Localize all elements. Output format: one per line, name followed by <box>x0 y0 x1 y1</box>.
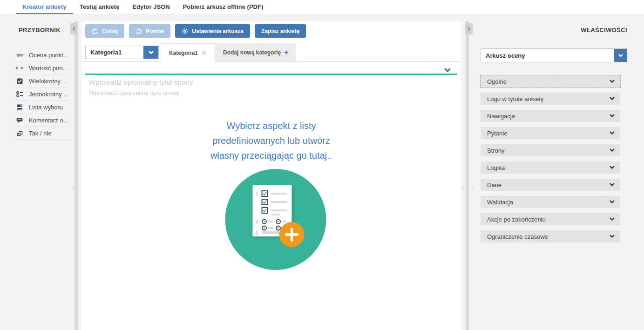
category-tab-kategoria1[interactable]: Kategoria1 <box>161 43 215 62</box>
save-label: Zapisz ankietę <box>261 28 299 34</box>
right-splitter[interactable] <box>466 21 469 330</box>
properties-accordion: Ogólne Logo w tytule ankiety Nawigacja P… <box>481 75 620 242</box>
accordion-section-question[interactable]: Pytanie <box>481 127 620 139</box>
selected-element-select[interactable]: Arkusz oceny <box>481 48 627 62</box>
properties-title: WŁAŚCIWOŚCI <box>581 27 627 34</box>
toolbox-title: PRZYBORNIK <box>19 27 61 34</box>
category-select-value: Kategoria1 <box>86 46 143 59</box>
toolbox-item-checkbox[interactable]: Wielokrotny ... <box>0 74 75 88</box>
accordion-section-validation[interactable]: Walidacja <box>481 196 620 208</box>
section-label: Akcje po zakończeniu <box>487 216 546 223</box>
svg-text:3.: 3. <box>255 230 259 236</box>
chevron-down-icon <box>610 166 615 169</box>
page-title-placeholder[interactable]: Wprowadź opcjonalny tytuł strony <box>89 78 193 86</box>
category-select[interactable]: Kategoria1 <box>85 46 159 59</box>
chevron-down-icon <box>618 54 623 57</box>
section-label: Logika <box>487 164 505 171</box>
section-label: Nawigacja <box>487 113 515 120</box>
value-icon: < > <box>14 66 25 71</box>
chevron-down-icon <box>610 183 615 187</box>
checkbox-icon <box>14 78 25 84</box>
chevron-down-icon <box>610 217 615 221</box>
toolbox-item-rating[interactable]: 1|2|3 Ocena punkt... <box>0 48 75 61</box>
undo-icon <box>92 28 98 34</box>
tab-json-editor[interactable]: Edytor JSON <box>126 0 176 14</box>
plus-icon: + <box>284 49 288 56</box>
undo-label: Cofnij <box>102 28 118 34</box>
chevron-down-icon <box>610 131 615 135</box>
toolbox-item-value[interactable]: < > Wartość pun... <box>0 61 75 74</box>
chevron-down-icon <box>610 114 615 118</box>
add-category-tab[interactable]: Dodaj nową kategorię + <box>215 43 296 61</box>
category-tab-bar: Kategoria1 Kategoria1 Dodaj nową kategor… <box>81 43 461 62</box>
main-tab-bar: Kreator ankiety Testuj ankietę Edytor JS… <box>0 0 644 14</box>
add-question-plus-icon <box>279 222 304 247</box>
gear-icon <box>182 28 188 34</box>
toolbox-item-label: Wielokrotny ... <box>29 78 67 85</box>
toolbox-item-label: Jednokrotny ... <box>29 91 68 98</box>
toolbox-item-label: Ocena punkt... <box>29 52 68 59</box>
tab-test-survey[interactable]: Testuj ankietę <box>73 0 126 14</box>
accordion-section-general[interactable]: Ogólne <box>481 75 620 88</box>
accordion-section-logic[interactable]: Logika <box>481 162 620 174</box>
chevron-down-icon <box>610 80 615 83</box>
chevron-down-icon <box>444 68 451 73</box>
empty-page-drop-message: Wybierz aspekt z listy predefiniowanych … <box>202 118 341 163</box>
empty-page-illustration: 1. 2. <box>225 169 326 270</box>
left-splitter[interactable] <box>75 21 78 330</box>
save-survey-button[interactable]: Zapisz ankietę <box>255 24 306 38</box>
survey-settings-button[interactable]: Ustawienia arkusza <box>175 24 250 38</box>
chevron-down-icon <box>610 148 615 152</box>
toolbox-item-radiogroup[interactable]: Jednokrotny ... <box>0 88 75 101</box>
redo-label: Ponów <box>146 28 164 34</box>
svg-text:1.: 1. <box>255 191 259 196</box>
radiogroup-icon <box>14 91 25 97</box>
canvas-toolbar: Cofnij Ponów Ustawienia arkusza Zapisz a… <box>85 24 306 38</box>
category-tab-label: Kategoria1 <box>169 50 198 56</box>
toolbox-item-boolean[interactable]: Tak / nie <box>0 127 75 140</box>
section-label: Pytanie <box>487 130 507 137</box>
survey-canvas: Cofnij Ponów Ustawienia arkusza Zapisz a… <box>81 21 461 330</box>
properties-panel: WŁAŚCIWOŚCI Arkusz oceny Ogólne Logo w t… <box>469 14 644 330</box>
accordion-section-time-limit[interactable]: Ograniczenie czasowe <box>481 230 620 242</box>
svg-text:2.: 2. <box>255 219 259 224</box>
comment-icon <box>14 117 25 123</box>
section-label: Walidacja <box>487 199 513 206</box>
toolbox-item-label: Lista wyboru <box>29 104 63 111</box>
undo-button[interactable]: Cofnij <box>85 24 124 38</box>
chevron-left-icon <box>73 27 75 31</box>
page-accent-line <box>85 74 457 75</box>
collapse-toolbox-button[interactable] <box>70 23 78 34</box>
accordion-section-pages[interactable]: Strony <box>481 144 620 156</box>
tab-survey-creator[interactable]: Kreator ankiety <box>16 0 73 14</box>
page-description-placeholder[interactable]: Wprowadź opcjonalny opis strony <box>89 89 179 96</box>
section-label: Ogólne <box>487 78 507 85</box>
toolbox-item-label: Wartość pun... <box>29 65 68 72</box>
accordion-section-logo[interactable]: Logo w tytule ankiety <box>481 93 620 105</box>
toolbox-list: 1|2|3 Ocena punkt... < > Wartość pun... … <box>0 48 75 140</box>
accordion-section-data[interactable]: Dane <box>481 179 620 191</box>
rating-icon: 1|2|3 <box>14 53 25 57</box>
category-gear-icon[interactable] <box>201 50 207 56</box>
toolbox-panel: PRZYBORNIK 1|2|3 Ocena punkt... < > Wart… <box>0 14 75 330</box>
chevron-down-icon <box>149 51 154 54</box>
selected-element-value: Arkusz oceny <box>481 49 614 62</box>
dropdown-icon <box>14 104 25 110</box>
chevron-down-icon <box>610 200 615 204</box>
boolean-icon <box>14 130 25 136</box>
tab-download-offline-pdf[interactable]: Pobierz arkusz offline (PDF) <box>176 0 270 14</box>
section-label: Dane <box>487 182 502 189</box>
accordion-section-completion-actions[interactable]: Akcje po zakończeniu <box>481 213 620 225</box>
toolbox-item-comment[interactable]: Komentarz o... <box>0 114 75 127</box>
section-label: Ograniczenie czasowe <box>487 233 548 240</box>
chevron-down-icon <box>610 97 615 101</box>
redo-icon <box>136 28 142 34</box>
toolbox-item-label: Tak / nie <box>29 130 51 137</box>
selected-element-select-button[interactable] <box>614 49 627 62</box>
category-select-button[interactable] <box>143 46 158 59</box>
accordion-section-navigation[interactable]: Nawigacja <box>481 110 620 122</box>
section-label: Logo w tytule ankiety <box>487 95 543 102</box>
toolbox-item-dropdown[interactable]: Lista wyboru <box>0 101 75 114</box>
section-label: Strony <box>487 147 505 154</box>
redo-button[interactable]: Ponów <box>129 24 170 38</box>
